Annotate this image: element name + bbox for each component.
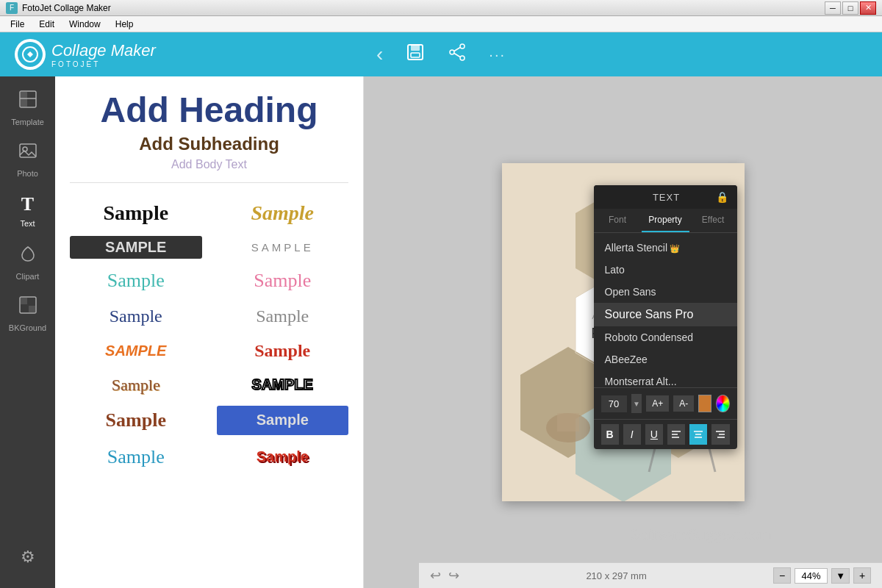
photo-label: Photo bbox=[17, 169, 38, 178]
logo-sub-text: FOTOJET bbox=[51, 60, 156, 68]
text-sample-4[interactable]: SAMPLE bbox=[217, 236, 349, 259]
align-center-button[interactable] bbox=[689, 424, 707, 445]
bottom-bar: ↩ ↪ 210 x 297 mm − 44% ▼ + bbox=[419, 562, 882, 588]
redo-button[interactable]: ↪ bbox=[448, 567, 459, 584]
italic-button[interactable]: I bbox=[623, 424, 641, 445]
menu-item-file[interactable]: File bbox=[3, 18, 32, 31]
save-button[interactable] bbox=[405, 42, 426, 67]
zoom-controls: − 44% ▼ + bbox=[773, 567, 871, 584]
text-panel-header: TEXT 🔒 bbox=[594, 185, 737, 209]
text-sample-13[interactable]: Sample bbox=[70, 406, 202, 435]
text-sample-10[interactable]: Sample bbox=[217, 337, 349, 365]
font-item-roboto-condensed[interactable]: Roboto Condensed bbox=[594, 326, 737, 348]
menu-item-edit[interactable]: Edit bbox=[32, 18, 62, 31]
font-decrease-button[interactable]: A- bbox=[673, 395, 694, 412]
zoom-dropdown-button[interactable]: ▼ bbox=[831, 568, 850, 584]
heading-sample[interactable]: Add Heading bbox=[70, 91, 348, 130]
text-icon: T bbox=[21, 193, 34, 215]
text-sample-7[interactable]: Sample bbox=[70, 303, 202, 330]
bottom-actions: ↩ ↪ bbox=[430, 567, 459, 584]
lock-icon[interactable]: 🔒 bbox=[716, 191, 728, 203]
zoom-out-button[interactable]: − bbox=[773, 567, 791, 584]
header-actions: ‹ ··· bbox=[376, 42, 506, 67]
watermark: SoftwareSuggest.com bbox=[631, 525, 772, 544]
svg-rect-16 bbox=[29, 306, 36, 313]
text-sample-12[interactable]: SAMPLE bbox=[217, 372, 349, 398]
close-button[interactable]: ✕ bbox=[860, 1, 876, 15]
tab-effect[interactable]: Effect bbox=[689, 209, 737, 232]
title-bar: F FotoJet Collage Maker ─ □ ✕ bbox=[0, 0, 882, 16]
tab-property[interactable]: Property bbox=[642, 209, 689, 232]
app-header: Collage Maker FOTOJET ‹ ··· bbox=[0, 32, 882, 76]
left-panel: Add Heading Add Subheading Add Body Text… bbox=[55, 76, 364, 588]
sidebar-item-template[interactable]: Template bbox=[2, 84, 54, 132]
settings-icon: ⚙ bbox=[21, 548, 35, 567]
maximize-button[interactable]: □ bbox=[842, 1, 858, 15]
sidebar: TemplatePhotoTTextClipartBKGround ⚙ bbox=[0, 76, 55, 588]
sidebar-item-bkground[interactable]: BKGround bbox=[2, 290, 54, 337]
svg-point-6 bbox=[460, 56, 465, 60]
svg-rect-2 bbox=[411, 45, 420, 51]
sidebar-bottom: ⚙ bbox=[2, 533, 54, 581]
font-size-down-arrow[interactable]: ▼ bbox=[631, 394, 642, 413]
menu-item-window[interactable]: Window bbox=[62, 18, 108, 31]
back-button[interactable]: ‹ bbox=[376, 42, 383, 67]
text-sample-14[interactable]: Sample bbox=[217, 406, 349, 435]
text-sample-2[interactable]: Sample bbox=[217, 198, 349, 229]
sidebar-item-settings[interactable]: ⚙ bbox=[2, 533, 54, 581]
text-sample-11[interactable]: Sample bbox=[70, 372, 202, 398]
canvas-wrapper: A TRIBUTE TO FAMILY FOTOJET bbox=[502, 163, 745, 501]
canvas-size-label: 210 x 297 mm bbox=[586, 570, 646, 581]
title-bar-controls: ─ □ ✕ bbox=[825, 1, 876, 15]
font-item-montserrat-alt...[interactable]: Montserrat Alt... bbox=[594, 370, 737, 387]
text-sample-16[interactable]: Sample bbox=[217, 442, 349, 472]
undo-button[interactable]: ↩ bbox=[430, 567, 441, 584]
font-item-open-sans[interactable]: Open Sans bbox=[594, 281, 737, 303]
sidebar-item-photo[interactable]: Photo bbox=[2, 135, 54, 183]
font-list: Allerta Stencil 👑LatoOpen SansSource San… bbox=[594, 233, 737, 387]
text-sample-3[interactable]: SAMPLE bbox=[70, 236, 202, 259]
color-wheel[interactable] bbox=[716, 395, 729, 412]
logo-area: Collage Maker FOTOJET bbox=[15, 39, 156, 70]
font-item-lato[interactable]: Lato bbox=[594, 259, 737, 281]
text-panel-title: TEXT bbox=[617, 192, 716, 203]
text-sample-6[interactable]: Sample bbox=[217, 266, 349, 295]
logo-text: Collage Maker FOTOJET bbox=[51, 41, 156, 68]
sidebar-item-text[interactable]: TText bbox=[2, 187, 54, 234]
text-sample-9[interactable]: SAMPLE bbox=[70, 337, 202, 365]
font-item-abeezee[interactable]: ABeeZee bbox=[594, 348, 737, 370]
zoom-in-button[interactable]: + bbox=[853, 567, 871, 584]
menu-bar: FileEditWindowHelp bbox=[0, 16, 882, 32]
minimize-button[interactable]: ─ bbox=[825, 1, 841, 15]
font-item-source-sans-pro[interactable]: Source Sans Pro bbox=[594, 303, 737, 326]
subheading-sample[interactable]: Add Subheading bbox=[70, 134, 348, 154]
more-options-button[interactable]: ··· bbox=[489, 42, 506, 67]
svg-line-7 bbox=[454, 48, 460, 51]
text-sample-5[interactable]: Sample bbox=[70, 266, 202, 295]
clipart-label: Clipart bbox=[16, 272, 40, 281]
align-left-button[interactable] bbox=[667, 424, 685, 445]
app-icon: F bbox=[6, 2, 18, 14]
sidebar-item-clipart[interactable]: Clipart bbox=[2, 238, 54, 286]
text-sample-8[interactable]: Sample bbox=[217, 303, 349, 330]
template-icon bbox=[18, 89, 38, 114]
color-swatch[interactable] bbox=[698, 395, 711, 412]
font-increase-button[interactable]: A+ bbox=[646, 395, 669, 412]
text-sample-15[interactable]: Sample bbox=[70, 442, 202, 472]
font-size-input[interactable] bbox=[601, 395, 627, 412]
bold-button[interactable]: B bbox=[601, 424, 619, 445]
text-sample-1[interactable]: Sample bbox=[70, 198, 202, 229]
samples-grid: SampleSampleSAMPLESAMPLESampleSampleSamp… bbox=[70, 194, 348, 476]
canvas-area: A TRIBUTE TO FAMILY FOTOJET bbox=[364, 76, 882, 588]
title-bar-text: FotoJet Collage Maker bbox=[22, 3, 825, 13]
menu-item-help[interactable]: Help bbox=[108, 18, 141, 31]
logo-main-text: Collage Maker bbox=[51, 41, 156, 60]
tab-font[interactable]: Font bbox=[594, 209, 642, 232]
align-right-button[interactable] bbox=[711, 424, 729, 445]
underline-button[interactable]: U bbox=[645, 424, 663, 445]
share-button[interactable] bbox=[448, 42, 467, 67]
clipart-icon bbox=[18, 243, 38, 268]
body-text-sample[interactable]: Add Body Text bbox=[70, 158, 348, 171]
photo-icon bbox=[18, 140, 38, 165]
font-item-allerta-stencil[interactable]: Allerta Stencil 👑 bbox=[594, 237, 737, 259]
